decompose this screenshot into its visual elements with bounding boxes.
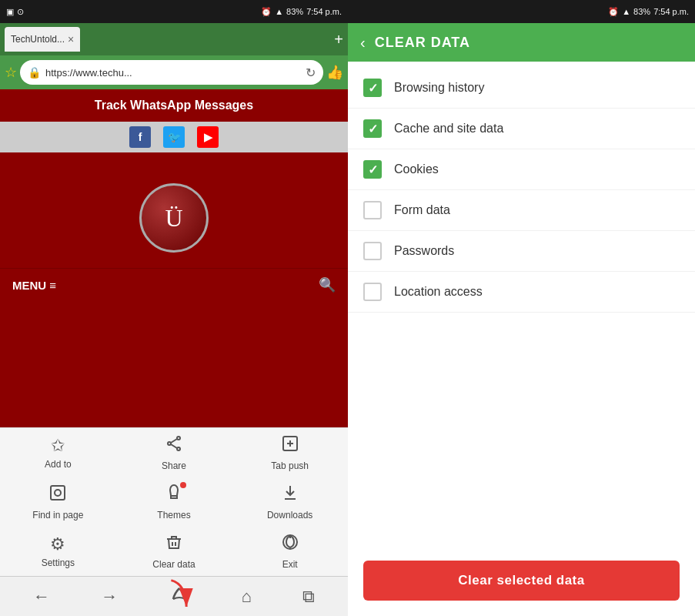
url-text: https://www.techu... — [45, 67, 301, 79]
share-label: Share — [162, 460, 186, 471]
refresh-icon[interactable]: ↻ — [306, 65, 316, 80]
nav-bar: ← → ⌂ ⧉ — [0, 576, 348, 616]
svg-point-2 — [177, 447, 180, 450]
menu-item-settings[interactable]: ⚙ Settings — [27, 534, 89, 568]
exit-label: Exit — [282, 559, 298, 570]
checkbox-label-cache-and-site-data: Cache and site data — [394, 122, 503, 136]
left-panel: ▣ ⊙ ⏰ ▲ 83% 7:54 p.m. TechUntold... × + … — [0, 0, 348, 616]
checkbox-cookies[interactable]: ✓ — [363, 160, 382, 179]
menu-item-share[interactable]: Share — [143, 434, 205, 471]
svg-line-3 — [171, 439, 177, 443]
tab-push-icon — [281, 434, 299, 457]
checkbox-item-passwords[interactable]: Passwords — [348, 231, 695, 272]
menu-item-clear-data[interactable]: Clear data — [143, 533, 205, 570]
tab-title: TechUntold... — [11, 34, 65, 45]
address-bar: ☆ 🔒 https://www.techu... ↻ 👍 — [0, 55, 348, 89]
twitter-icon[interactable]: 🐦 — [163, 126, 185, 148]
themes-badge — [180, 482, 186, 488]
add-to-icon: ✩ — [51, 436, 65, 456]
checkbox-form-data[interactable] — [363, 201, 382, 219]
back-button[interactable]: ← — [27, 581, 56, 613]
clear-data-icon — [165, 533, 183, 556]
clear-button-container: Clear selected data — [348, 545, 695, 616]
checkbox-label-location-access: Location access — [394, 285, 483, 299]
back-chevron-icon[interactable]: ‹ — [360, 34, 366, 52]
menu-row-1: ✩ Add to Share T — [0, 428, 348, 477]
checkbox-browsing-history[interactable]: ✓ — [363, 79, 382, 97]
add-to-label: Add to — [45, 459, 72, 470]
status-bar-left: ▣ ⊙ ⏰ ▲ 83% 7:54 p.m. — [0, 0, 348, 23]
menu-item-themes[interactable]: Themes — [143, 484, 205, 521]
tabs-button[interactable]: ⧉ — [296, 581, 321, 613]
tab-close-button[interactable]: × — [68, 33, 74, 45]
tab-bar: TechUntold... × + — [0, 23, 348, 55]
wifi-icon: ▲ — [275, 7, 283, 16]
site-logo: Ü — [139, 183, 209, 253]
menu-item-exit[interactable]: Exit — [259, 533, 321, 570]
checkbox-location-access[interactable] — [363, 283, 382, 301]
checkbox-list: ✓Browsing history✓Cache and site data✓Co… — [348, 62, 695, 545]
svg-point-1 — [168, 442, 171, 445]
checkmark-icon: ✓ — [368, 162, 378, 177]
bottom-menu: ✩ Add to Share T — [0, 427, 348, 576]
menu-item-tab-push[interactable]: Tab push — [259, 434, 321, 471]
battery-text: 83% — [286, 7, 303, 16]
checkbox-label-form-data: Form data — [394, 203, 450, 217]
checkbox-cache-and-site-data[interactable]: ✓ — [363, 119, 382, 138]
url-input-container[interactable]: 🔒 https://www.techu... ↻ — [20, 60, 323, 85]
new-tab-button[interactable]: + — [334, 31, 343, 49]
active-tab[interactable]: TechUntold... × — [5, 27, 80, 52]
facebook-icon[interactable]: f — [129, 126, 151, 148]
share-icon — [165, 434, 183, 457]
checkbox-label-browsing-history: Browsing history — [394, 81, 484, 95]
notification-icon: ▣ — [6, 7, 14, 17]
web-page-title: Track WhatsApp Messages — [0, 89, 348, 122]
themes-icon — [165, 484, 183, 507]
status-bar-right: ⏰ ▲ 83% 7:54 p.m. — [348, 0, 695, 23]
downloads-icon — [281, 484, 299, 507]
signal-icon: ⊙ — [17, 7, 24, 17]
status-left-icons: ▣ ⊙ — [6, 7, 24, 17]
home-button[interactable]: ⌂ — [235, 581, 257, 613]
checkbox-item-form-data[interactable]: Form data — [348, 190, 695, 231]
forward-button[interactable]: → — [95, 581, 124, 613]
search-icon[interactable]: 🔍 — [319, 276, 336, 293]
youtube-icon[interactable]: ▶ — [197, 126, 219, 148]
menu-item-add-to[interactable]: ✩ Add to — [27, 436, 89, 470]
svg-line-4 — [171, 444, 177, 448]
menu-label[interactable]: MENU ≡ — [12, 279, 56, 292]
social-bar: f 🐦 ▶ — [0, 122, 348, 152]
checkbox-item-browsing-history[interactable]: ✓Browsing history — [348, 68, 695, 109]
checkbox-passwords[interactable] — [363, 242, 382, 260]
svg-point-9 — [55, 490, 61, 496]
checkbox-item-location-access[interactable]: Location access — [348, 272, 695, 313]
checkbox-item-cache-and-site-data[interactable]: ✓Cache and site data — [348, 109, 695, 149]
checkbox-item-cookies[interactable]: ✓Cookies — [348, 149, 695, 190]
find-in-page-icon — [48, 484, 67, 507]
thumbs-up-icon[interactable]: 👍 — [326, 64, 343, 81]
checkbox-label-passwords: Passwords — [394, 244, 454, 258]
share-nav-container — [162, 584, 196, 610]
checkbox-label-cookies: Cookies — [394, 162, 439, 176]
time-right: 7:54 p.m. — [653, 7, 689, 16]
downloads-label: Downloads — [267, 510, 312, 521]
alarm-icon: ⏰ — [261, 7, 272, 17]
logo-text: Ü — [165, 204, 182, 233]
exit-icon — [281, 533, 299, 556]
clear-data-title: CLEAR DATA — [375, 35, 470, 51]
menu-row-2: Find in page Themes — [0, 477, 348, 527]
svg-rect-8 — [51, 486, 65, 500]
bookmark-icon[interactable]: ☆ — [5, 64, 17, 81]
checkmark-icon: ✓ — [368, 122, 378, 136]
wifi-right-icon: ▲ — [622, 7, 630, 16]
clear-selected-data-button[interactable]: Clear selected data — [363, 561, 680, 601]
web-content: Track WhatsApp Messages f 🐦 ▶ Ü MENU ≡ 🔍 — [0, 89, 348, 427]
share-nav-button[interactable] — [162, 584, 196, 615]
tab-push-label: Tab push — [271, 460, 309, 471]
battery-right-text: 83% — [633, 7, 650, 16]
settings-label: Settings — [42, 557, 75, 568]
menu-item-downloads[interactable]: Downloads — [259, 484, 321, 521]
menu-item-find-in-page[interactable]: Find in page — [27, 484, 89, 521]
find-in-page-label: Find in page — [32, 510, 83, 521]
time-left: 7:54 p.m. — [306, 7, 342, 16]
